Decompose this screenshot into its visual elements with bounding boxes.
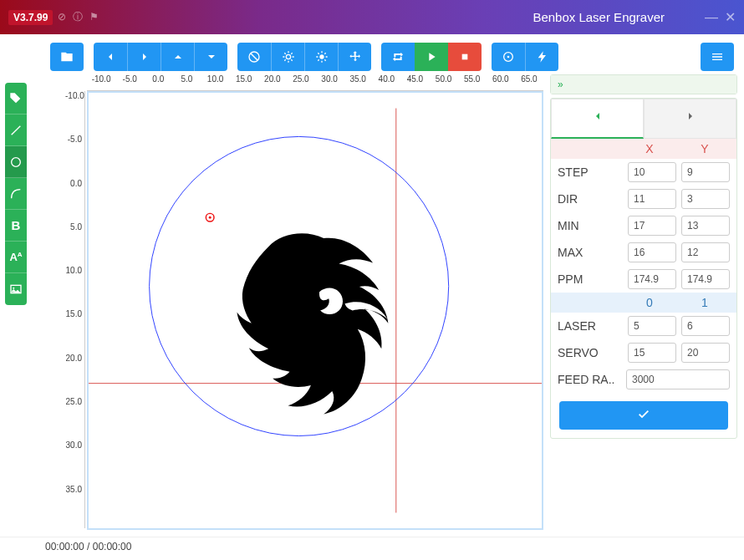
dir-x-input[interactable]: [628, 189, 676, 209]
main-content: B AA -10.0-5.00.05.010.015.020.025.030.0…: [0, 74, 744, 537]
close-button[interactable]: ✕: [725, 9, 736, 25]
svg-line-7: [284, 53, 285, 53]
info-icon: ⓘ: [73, 11, 83, 23]
svg-line-8: [291, 59, 292, 60]
svg-point-2: [286, 54, 290, 59]
svg-line-18: [318, 59, 318, 60]
min-y-input[interactable]: [681, 216, 730, 236]
play-button[interactable]: [415, 43, 448, 71]
row-step: STEP: [551, 159, 736, 186]
servo-0-input[interactable]: [628, 343, 676, 363]
laser-0-input[interactable]: [628, 316, 676, 336]
flag-icon: ⚑: [89, 11, 99, 23]
ruler-vertical: -10.0-5.00.05.010.015.020.025.030.035.0: [65, 91, 85, 528]
row-max: MAX: [551, 239, 736, 266]
xy-header: X Y: [551, 139, 736, 159]
svg-line-1: [251, 53, 257, 60]
jog-left-button[interactable]: [94, 43, 127, 71]
menu-button[interactable]: [701, 43, 734, 71]
svg-line-9: [284, 59, 285, 60]
canvas-area: -10.0-5.00.05.010.015.020.025.030.035.04…: [32, 74, 550, 537]
target-button[interactable]: [492, 43, 525, 71]
row-feedrate: FEED RA..: [551, 366, 736, 393]
svg-line-10: [291, 53, 292, 53]
step-y-input[interactable]: [681, 162, 730, 182]
row-ppm: PPM: [551, 266, 736, 293]
svg-line-16: [318, 53, 318, 53]
tag-tool[interactable]: [5, 83, 27, 115]
circle-tool[interactable]: [5, 146, 27, 178]
eagle-artwork: [237, 233, 389, 414]
ppm-y-input[interactable]: [681, 269, 730, 289]
line-tool[interactable]: [5, 115, 27, 146]
stop-button[interactable]: [448, 43, 482, 71]
row-dir: DIR: [551, 186, 736, 212]
row-min: MIN: [551, 212, 736, 239]
row-servo: SERVO: [551, 339, 736, 366]
bolt-button[interactable]: [525, 43, 558, 71]
sun-fill-button[interactable]: [304, 43, 338, 71]
titlebar: V3.7.99 ⊘ ⓘ ⚑ Benbox Laser Engraver — ✕: [0, 0, 744, 34]
move-button[interactable]: [338, 43, 371, 71]
arc-tool[interactable]: [5, 178, 27, 210]
top-toolbar: [0, 34, 744, 74]
svg-point-24: [12, 157, 21, 166]
servo-1-input[interactable]: [681, 343, 730, 363]
jog-right-button[interactable]: [127, 43, 161, 71]
left-toolbar: B AA: [0, 74, 32, 537]
sun-outline-button[interactable]: [271, 43, 304, 71]
status-time: 00:00:00 / 00:00:00: [45, 541, 131, 552]
row-laser: LASER: [551, 313, 736, 339]
open-file-button[interactable]: [50, 43, 84, 71]
titlebar-icons: ⊘ ⓘ ⚑: [58, 10, 101, 24]
repeat-button[interactable]: [381, 43, 415, 71]
zo-header: 0 1: [551, 293, 736, 313]
bold-tool[interactable]: B: [5, 210, 27, 242]
canvas-svg: [89, 93, 542, 528]
ppm-x-input[interactable]: [628, 269, 676, 289]
app-title: Benbox Laser Engraver: [533, 10, 665, 24]
svg-point-22: [507, 56, 510, 59]
ban-button[interactable]: [237, 43, 271, 71]
svg-line-19: [324, 53, 325, 53]
minimize-button[interactable]: —: [705, 10, 718, 25]
dir-y-input[interactable]: [681, 189, 730, 209]
panel-nav-next[interactable]: [644, 99, 736, 139]
laser-1-input[interactable]: [681, 316, 730, 336]
panel-nav-prev[interactable]: [551, 99, 644, 139]
canvas[interactable]: [87, 91, 543, 530]
jog-up-button[interactable]: [161, 43, 194, 71]
max-x-input[interactable]: [628, 242, 676, 262]
svg-rect-20: [462, 54, 468, 60]
confirm-button[interactable]: [559, 401, 728, 430]
min-x-input[interactable]: [628, 216, 676, 236]
max-y-input[interactable]: [681, 242, 730, 262]
svg-point-31: [209, 216, 211, 219]
svg-point-11: [319, 54, 324, 59]
panel-collapse-header[interactable]: »: [551, 75, 736, 94]
statusbar: 00:00:00 / 00:00:00: [0, 537, 744, 557]
text-tool[interactable]: AA: [5, 242, 27, 273]
svg-line-17: [324, 59, 325, 60]
panel-nav: [551, 99, 736, 139]
side-panel: » X Y STEP DIR MI: [550, 74, 744, 537]
svg-point-26: [13, 288, 14, 289]
clock-icon: ⊘: [58, 11, 66, 23]
ruler-horizontal: -10.0-5.00.05.010.015.020.025.030.035.04…: [87, 74, 543, 91]
chevron-right-icon: »: [558, 79, 563, 90]
image-tool[interactable]: [5, 273, 27, 305]
jog-down-button[interactable]: [194, 43, 227, 71]
step-x-input[interactable]: [628, 162, 676, 182]
svg-line-23: [12, 125, 21, 135]
version-badge: V3.7.99: [8, 10, 53, 25]
feedrate-input[interactable]: [626, 369, 730, 389]
